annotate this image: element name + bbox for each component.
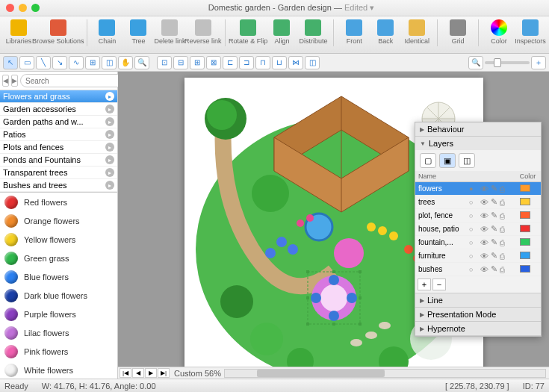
layer-active-icon[interactable]: ● bbox=[469, 185, 474, 193]
rect-tool[interactable]: ▭ bbox=[19, 56, 34, 69]
inspector-panel[interactable]: ▶Behaviour ▼Layers ▢ ▣ ◫ NameColor flowe… bbox=[415, 122, 542, 337]
layer-visible-icon[interactable]: 👁 bbox=[480, 265, 488, 274]
layer-print-icon[interactable]: ⎙ bbox=[500, 265, 505, 274]
rotate-flip-button[interactable]: Rotate & Flip bbox=[232, 19, 265, 45]
snap-tool-5[interactable]: ⊏ bbox=[223, 56, 238, 69]
layer-lock-icon[interactable]: ✎ bbox=[491, 264, 497, 274]
zoom-out-button[interactable]: 🔍 bbox=[468, 56, 483, 69]
layer-row-fountain-[interactable]: fountain,...○👁 ✎ ⎙ bbox=[415, 236, 541, 249]
layer-lock-icon[interactable]: ✎ bbox=[491, 251, 497, 261]
layer-visible-icon[interactable]: 👁 bbox=[480, 184, 488, 193]
layer-print-icon[interactable]: ⎙ bbox=[500, 211, 505, 220]
last-page-button[interactable]: ▶| bbox=[158, 368, 170, 378]
category-ponds-and-fountains[interactable]: Ponds and Fountains▸ bbox=[0, 154, 117, 167]
libraries-button[interactable]: Libraries bbox=[4, 19, 33, 45]
layer-active-icon[interactable]: ○ bbox=[469, 225, 474, 233]
layer-color-chip[interactable] bbox=[520, 184, 530, 192]
snap-tool-1[interactable]: ⊡ bbox=[157, 56, 172, 69]
shape-green-grass[interactable]: Green grass bbox=[0, 249, 117, 267]
library-back-button[interactable]: ◀ bbox=[2, 75, 9, 87]
align-button[interactable]: Align bbox=[267, 19, 296, 45]
tree-button[interactable]: Tree bbox=[124, 19, 152, 45]
shape-yellow-flowers[interactable]: Yellow flowers bbox=[0, 230, 117, 249]
snap-tool-9[interactable]: ⋈ bbox=[288, 56, 303, 69]
zoom-window-button[interactable] bbox=[31, 4, 40, 12]
layer-row-trees[interactable]: trees○👁 ✎ ⎙ bbox=[415, 196, 541, 209]
hypernote-section-header[interactable]: ▶Hypernote bbox=[415, 322, 541, 335]
category-garden-accessories[interactable]: Garden accessories▸ bbox=[0, 103, 117, 116]
snap-tool-6[interactable]: ⊐ bbox=[239, 56, 254, 69]
layer-color-chip[interactable] bbox=[520, 252, 530, 259]
category-plots-and-fences[interactable]: Plots and fences▸ bbox=[0, 141, 117, 154]
layer-print-icon[interactable]: ⎙ bbox=[500, 252, 505, 261]
layer-active-icon[interactable]: ○ bbox=[469, 239, 474, 246]
connector-tool[interactable]: ↘ bbox=[52, 56, 67, 69]
layer-color-chip[interactable] bbox=[520, 225, 530, 232]
layer-active-icon[interactable]: ○ bbox=[469, 212, 474, 220]
browse-solutions-button[interactable]: Browse Solutions bbox=[36, 19, 81, 45]
shape-blue-flowers[interactable]: Blue flowers bbox=[0, 267, 117, 286]
layer-row-bushes[interactable]: bushes○👁 ✎ ⎙ bbox=[415, 263, 541, 276]
layer-active-icon[interactable]: ○ bbox=[469, 266, 474, 273]
layer-color-chip[interactable] bbox=[520, 198, 530, 205]
curve-tool[interactable]: ∿ bbox=[69, 56, 84, 69]
layer-visible-icon[interactable]: 👁 bbox=[480, 252, 488, 261]
zoom-slider[interactable] bbox=[485, 61, 530, 64]
layer-row-furniture[interactable]: furniture○👁 ✎ ⎙ bbox=[415, 249, 541, 263]
layer-color-chip[interactable] bbox=[520, 238, 530, 246]
layer-print-icon[interactable]: ⎙ bbox=[500, 184, 505, 193]
back-button[interactable]: Back bbox=[371, 19, 400, 45]
shape-dark-blue-flowers[interactable]: Dark blue flowers bbox=[0, 286, 117, 305]
hand-tool[interactable]: ✋ bbox=[118, 56, 133, 69]
library-forward-button[interactable]: ▶ bbox=[11, 75, 18, 87]
snap-tool-7[interactable]: ⊓ bbox=[255, 56, 270, 69]
category-patios[interactable]: Patios▸ bbox=[0, 128, 117, 141]
shape-orange-flowers[interactable]: Orange flowers bbox=[0, 211, 117, 230]
snap-tool-10[interactable]: ◫ bbox=[305, 56, 320, 69]
next-page-button[interactable]: ▶ bbox=[145, 368, 157, 378]
shape-pink-flowers[interactable]: Pink flowers bbox=[0, 342, 117, 361]
zoom-level-label[interactable]: Custom 56% bbox=[174, 369, 221, 378]
pointer-tool[interactable]: ↖ bbox=[3, 56, 18, 69]
layer-print-icon[interactable]: ⎙ bbox=[500, 225, 505, 234]
layer-mode-2-button[interactable]: ▣ bbox=[439, 153, 456, 168]
presentation-section-header[interactable]: ▶Presentation Mode bbox=[415, 308, 541, 321]
chain-button[interactable]: Chain bbox=[93, 19, 121, 45]
identical-button[interactable]: Identical bbox=[403, 19, 431, 45]
category-transparent-trees[interactable]: Transparent trees▸ bbox=[0, 167, 117, 179]
behaviour-section-header[interactable]: ▶Behaviour bbox=[415, 122, 541, 136]
prev-page-button[interactable]: ◀ bbox=[132, 368, 144, 378]
layer-lock-icon[interactable]: ✎ bbox=[491, 197, 497, 207]
layer-lock-icon[interactable]: ✎ bbox=[491, 184, 497, 193]
layers-section-header[interactable]: ▼Layers bbox=[415, 137, 541, 150]
zoom-tool[interactable]: 🔍 bbox=[134, 56, 149, 69]
layer-mode-1-button[interactable]: ▢ bbox=[420, 153, 436, 168]
layer-lock-icon[interactable]: ✎ bbox=[491, 211, 497, 220]
layer-color-chip[interactable] bbox=[520, 211, 530, 219]
close-window-button[interactable] bbox=[6, 4, 14, 12]
grid-button[interactable]: Grid bbox=[444, 19, 472, 45]
category-bushes-and-trees[interactable]: Bushes and trees▸ bbox=[0, 179, 117, 192]
delete-link-button[interactable]: Delete link bbox=[155, 19, 184, 45]
layer-active-icon[interactable]: ○ bbox=[469, 252, 474, 260]
shape-red-flowers[interactable]: Red flowers bbox=[0, 193, 117, 211]
distribute-button[interactable]: Distribute bbox=[299, 19, 327, 45]
first-page-button[interactable]: |◀ bbox=[120, 368, 131, 378]
front-button[interactable]: Front bbox=[340, 19, 368, 45]
layer-row-house-patio[interactable]: house, patio○👁 ✎ ⎙ bbox=[415, 223, 541, 236]
shape-purple-flowers[interactable]: Purple flowers bbox=[0, 305, 117, 323]
layer-print-icon[interactable]: ⎙ bbox=[500, 198, 505, 207]
layer-color-chip[interactable] bbox=[520, 265, 530, 273]
layer-print-icon[interactable]: ⎙ bbox=[500, 238, 505, 247]
category-garden-paths-and-w-[interactable]: Garden paths and w...▸ bbox=[0, 116, 117, 128]
layer-lock-icon[interactable]: ✎ bbox=[491, 224, 497, 234]
shape-white-flowers[interactable]: White flowers bbox=[0, 361, 117, 379]
layer-visible-icon[interactable]: 👁 bbox=[480, 225, 488, 234]
color-button[interactable]: Color bbox=[485, 19, 513, 45]
reverse-link-button[interactable]: Reverse link bbox=[187, 19, 218, 45]
h-scroll-thumb[interactable] bbox=[257, 370, 385, 377]
line-section-header[interactable]: ▶Line bbox=[415, 293, 541, 307]
layer-row-flowers[interactable]: flowers●👁 ✎ ⎙ bbox=[415, 182, 541, 196]
measure-tool[interactable]: ⊞ bbox=[85, 56, 100, 69]
snap-tool-2[interactable]: ⊟ bbox=[173, 56, 188, 69]
